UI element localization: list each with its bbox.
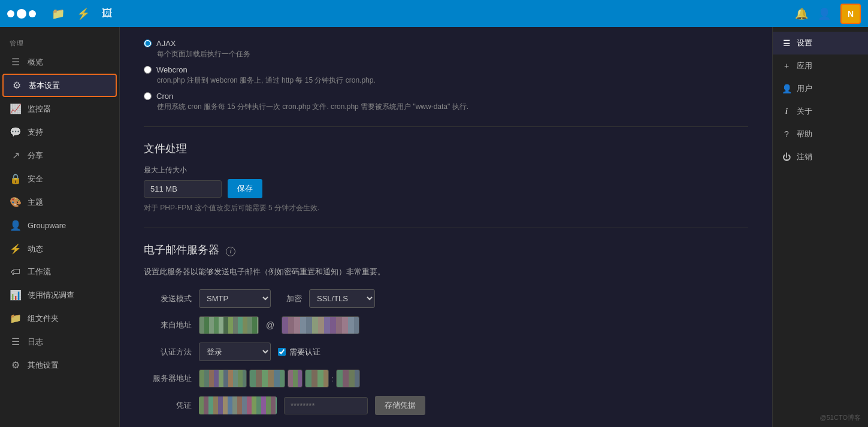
save-button[interactable]: 保存 xyxy=(228,179,262,198)
cron-cron-desc: 使用系统 cron 服务每 15 分钟执行一次 cron.php 文件. cro… xyxy=(157,102,748,112)
sidebar-item-share[interactable]: ↗ 分享 xyxy=(0,144,119,167)
activity-icon: ⚡ xyxy=(10,243,22,255)
max-upload-input[interactable] xyxy=(144,180,222,198)
right-sidebar-item-logout[interactable]: ⏻ 注销 xyxy=(773,146,868,168)
right-sidebar-item-users[interactable]: 👤 用户 xyxy=(773,77,868,100)
bell-icon[interactable]: 🔔 xyxy=(795,7,808,20)
image-icon[interactable]: 🖼 xyxy=(102,7,113,20)
right-help-icon: ? xyxy=(781,129,792,139)
sidebar-item-theme[interactable]: 🎨 主题 xyxy=(0,190,119,214)
left-sidebar: 管理 ☰ 概览 ⚙ 基本设置 📈 监控器 💬 支持 ↗ 分享 🔒 安全 🎨 主题 xyxy=(0,27,120,427)
sidebar-section-title: 管理 xyxy=(0,32,119,50)
right-sidebar-item-settings[interactable]: ☰ 设置 xyxy=(773,32,868,54)
from-domain-input[interactable] xyxy=(282,316,359,334)
sidebar-label-security: 安全 xyxy=(28,174,43,184)
sidebar-item-overview[interactable]: ☰ 概览 xyxy=(0,50,119,74)
from-name-input[interactable] xyxy=(199,316,259,334)
sidebar-label-other: 其他设置 xyxy=(28,360,59,371)
server-host-input[interactable] xyxy=(199,370,247,387)
logo-circle-1 xyxy=(7,10,14,17)
sidebar-item-group-folder[interactable]: 📁 组文件夹 xyxy=(0,307,119,330)
right-logout-icon: ⏻ xyxy=(781,152,792,162)
auth-method-label: 认证方法 xyxy=(144,347,192,358)
cron-webcron-radio[interactable] xyxy=(144,66,152,74)
logo-circle-3 xyxy=(29,10,36,17)
nav-icons: 📁 ⚡ 🖼 xyxy=(52,7,113,20)
right-sidebar-item-about[interactable]: i 关于 xyxy=(773,100,868,123)
right-sidebar-item-apps[interactable]: + 应用 xyxy=(773,54,868,77)
file-handling-hint: 对于 PHP-FPM 这个值改变后可能需要 5 分钟才会生效. xyxy=(144,203,748,213)
cron-webcron-desc: cron.php 注册到 webcron 服务上, 通过 http 每 15 分… xyxy=(157,75,748,86)
cron-cron-text: Cron xyxy=(156,92,173,101)
from-address-label: 来自地址 xyxy=(144,320,192,331)
server-port-input[interactable] xyxy=(336,370,360,387)
file-handling-section: 文件处理 最大上传大小 保存 对于 PHP-FPM 这个值改变后可能需要 5 分… xyxy=(144,141,748,213)
right-apps-icon: + xyxy=(781,61,792,71)
cron-ajax-label[interactable]: AJAX xyxy=(144,39,748,48)
email-server-desc: 设置此服务器以能够发送电子邮件（例如密码重置和通知）非常重要。 xyxy=(144,267,748,277)
sidebar-label-workflow: 工作流 xyxy=(28,267,51,277)
divider-1 xyxy=(144,126,748,127)
credentials-row: 凭证 存储凭据 xyxy=(144,396,748,415)
right-users-icon: 👤 xyxy=(781,84,792,93)
cron-cron-radio[interactable] xyxy=(144,92,152,100)
watermark: @51CTO博客 xyxy=(820,413,861,422)
user-avatar[interactable]: N xyxy=(840,4,861,24)
sidebar-item-groupware[interactable]: 👤 Groupware xyxy=(0,214,119,237)
auth-method-select[interactable]: 登录 Plain xyxy=(199,343,271,361)
groupware-icon: 👤 xyxy=(10,220,22,231)
store-credentials-button[interactable]: 存储凭据 xyxy=(375,396,425,415)
cron-section: AJAX 每个页面加载后执行一个任务 Webcron cron.php 注册到 … xyxy=(144,39,748,112)
server-addr-fields: : xyxy=(199,370,360,387)
sidebar-label-group-folder: 组文件夹 xyxy=(28,313,59,324)
send-mode-select[interactable]: SMTP sendmail PHP mail xyxy=(199,289,271,308)
main-content: AJAX 每个页面加载后执行一个任务 Webcron cron.php 注册到 … xyxy=(120,27,772,427)
encrypt-label: 加密 xyxy=(278,293,302,304)
right-sidebar: ☰ 设置 + 应用 👤 用户 i 关于 ? 帮助 ⏻ 注销 xyxy=(772,27,868,427)
right-label-users: 用户 xyxy=(797,83,812,94)
right-label-about: 关于 xyxy=(797,106,812,117)
file-handling-title: 文件处理 xyxy=(144,141,748,156)
at-symbol: @ xyxy=(266,320,274,330)
sidebar-item-security[interactable]: 🔒 安全 xyxy=(0,167,119,190)
folder-icon[interactable]: 📁 xyxy=(52,7,65,20)
sidebar-label-activity: 动态 xyxy=(28,244,43,255)
need-auth-label[interactable]: 需要认证 xyxy=(278,347,320,358)
security-icon: 🔒 xyxy=(10,173,22,184)
cron-cron-label[interactable]: Cron xyxy=(144,92,748,101)
cron-ajax-radio[interactable] xyxy=(144,40,152,47)
sidebar-item-monitor[interactable]: 📈 监控器 xyxy=(0,97,119,120)
sidebar-item-log[interactable]: ☰ 日志 xyxy=(0,330,119,353)
sidebar-label-groupware: Groupware xyxy=(28,221,66,230)
server-part3-input[interactable] xyxy=(305,370,329,387)
sidebar-item-support[interactable]: 💬 支持 xyxy=(0,120,119,144)
server-sub-input[interactable] xyxy=(249,370,285,387)
server-address-row: 服务器地址 : xyxy=(144,370,748,387)
right-sidebar-item-help[interactable]: ? 帮助 xyxy=(773,123,868,146)
cron-ajax-item: AJAX 每个页面加载后执行一个任务 xyxy=(144,39,748,59)
encrypt-select[interactable]: SSL/TLS STARTTLS None xyxy=(309,289,375,308)
sidebar-label-overview: 概览 xyxy=(28,57,43,68)
nav-right: 🔔 👤 N xyxy=(795,4,861,24)
lightning-icon[interactable]: ⚡ xyxy=(77,7,90,20)
workflow-icon: 🏷 xyxy=(10,267,22,277)
sidebar-item-activity[interactable]: ⚡ 动态 xyxy=(0,237,119,261)
sidebar-item-workflow[interactable]: 🏷 工作流 xyxy=(0,261,119,283)
email-info-icon[interactable]: i xyxy=(226,247,235,256)
need-auth-checkbox[interactable] xyxy=(278,348,286,356)
cron-webcron-item: Webcron cron.php 注册到 webcron 服务上, 通过 htt… xyxy=(144,65,748,86)
sidebar-item-basic-settings[interactable]: ⚙ 基本设置 xyxy=(2,74,117,97)
credential-user-input[interactable] xyxy=(199,396,277,414)
group-folder-icon: 📁 xyxy=(10,313,22,324)
cron-webcron-label[interactable]: Webcron xyxy=(144,65,748,74)
server-part2-input[interactable] xyxy=(288,370,303,387)
sidebar-item-other[interactable]: ⚙ 其他设置 xyxy=(0,353,119,377)
credential-password-input[interactable] xyxy=(284,397,368,414)
auth-method-row: 认证方法 登录 Plain 需要认证 xyxy=(144,343,748,361)
send-mode-label: 发送模式 xyxy=(144,293,192,304)
logo[interactable] xyxy=(7,9,36,19)
sidebar-item-usage[interactable]: 📊 使用情况调查 xyxy=(0,283,119,307)
person-icon[interactable]: 👤 xyxy=(818,7,831,20)
sidebar-label-basic-settings: 基本设置 xyxy=(29,80,60,91)
from-address-row: 来自地址 @ xyxy=(144,316,748,334)
